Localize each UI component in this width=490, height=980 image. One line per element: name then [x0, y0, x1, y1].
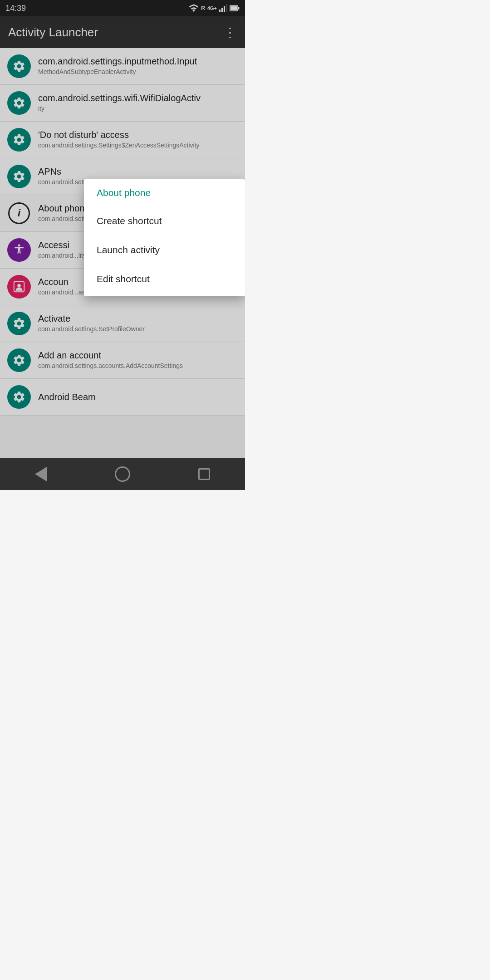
context-menu-title: About phone — [84, 186, 245, 206]
context-menu: About phone Create shortcut Launch activ… — [84, 179, 245, 296]
create-shortcut-button[interactable]: Create shortcut — [84, 206, 245, 235]
launch-activity-button[interactable]: Launch activity — [84, 235, 245, 265]
edit-shortcut-button[interactable]: Edit shortcut — [84, 265, 245, 294]
